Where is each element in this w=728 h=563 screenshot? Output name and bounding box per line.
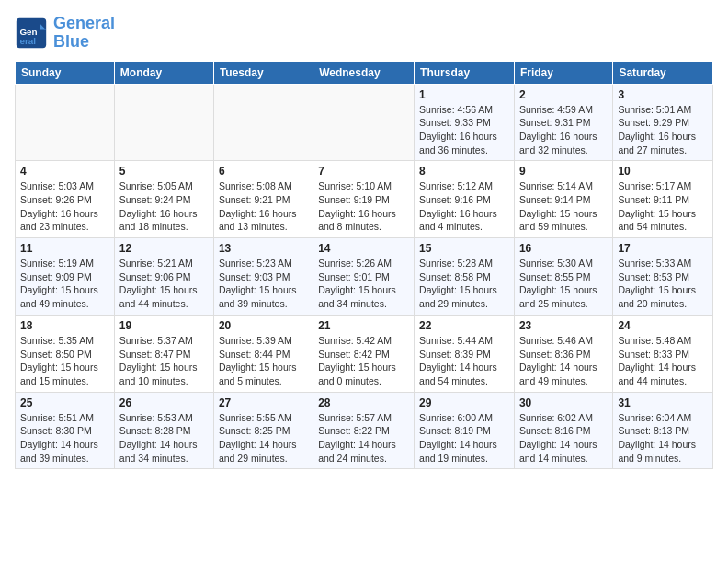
day-number: 16	[519, 242, 608, 255]
calendar-week-row: 11Sunrise: 5:19 AM Sunset: 9:09 PM Dayli…	[16, 238, 713, 316]
calendar-cell: 18Sunrise: 5:35 AM Sunset: 8:50 PM Dayli…	[16, 315, 115, 392]
day-info: Sunrise: 5:33 AM Sunset: 8:53 PM Dayligh…	[618, 257, 708, 311]
day-number: 18	[20, 319, 109, 332]
calendar-cell: 26Sunrise: 5:53 AM Sunset: 8:28 PM Dayli…	[114, 392, 213, 469]
calendar-table: SundayMondayTuesdayWednesdayThursdayFrid…	[15, 61, 713, 470]
day-header-sunday: Sunday	[16, 61, 115, 84]
day-info: Sunrise: 4:59 AM Sunset: 9:31 PM Dayligh…	[519, 103, 608, 157]
calendar-cell: 25Sunrise: 5:51 AM Sunset: 8:30 PM Dayli…	[16, 392, 115, 469]
day-number: 19	[119, 319, 209, 332]
header: Gen eral GeneralBlue	[15, 15, 713, 52]
day-number: 14	[318, 242, 409, 255]
day-number: 9	[519, 165, 608, 178]
calendar-cell: 8Sunrise: 5:12 AM Sunset: 9:16 PM Daylig…	[415, 161, 515, 238]
day-number: 23	[519, 319, 608, 332]
calendar-cell: 24Sunrise: 5:48 AM Sunset: 8:33 PM Dayli…	[613, 315, 713, 392]
calendar-cell: 20Sunrise: 5:39 AM Sunset: 8:44 PM Dayli…	[213, 315, 313, 392]
svg-text:eral: eral	[19, 35, 36, 45]
day-info: Sunrise: 5:42 AM Sunset: 8:42 PM Dayligh…	[318, 334, 409, 388]
day-info: Sunrise: 5:10 AM Sunset: 9:19 PM Dayligh…	[318, 179, 409, 234]
calendar-cell: 17Sunrise: 5:33 AM Sunset: 8:53 PM Dayli…	[613, 238, 713, 316]
day-info: Sunrise: 5:01 AM Sunset: 9:29 PM Dayligh…	[618, 103, 708, 157]
day-number: 8	[419, 165, 509, 178]
day-info: Sunrise: 5:17 AM Sunset: 9:11 PM Dayligh…	[618, 179, 708, 234]
day-number: 20	[219, 319, 308, 332]
day-info: Sunrise: 5:44 AM Sunset: 8:39 PM Dayligh…	[419, 334, 509, 388]
calendar-cell: 10Sunrise: 5:17 AM Sunset: 9:11 PM Dayli…	[613, 161, 713, 238]
day-info: Sunrise: 5:05 AM Sunset: 9:24 PM Dayligh…	[119, 179, 209, 234]
calendar-cell: 14Sunrise: 5:26 AM Sunset: 9:01 PM Dayli…	[313, 238, 415, 316]
calendar-cell: 2Sunrise: 4:59 AM Sunset: 9:31 PM Daylig…	[514, 84, 612, 161]
calendar-cell: 3Sunrise: 5:01 AM Sunset: 9:29 PM Daylig…	[613, 84, 713, 161]
day-number: 13	[219, 242, 308, 255]
calendar-cell: 12Sunrise: 5:21 AM Sunset: 9:06 PM Dayli…	[114, 238, 213, 316]
day-number: 7	[318, 165, 409, 178]
calendar-cell: 28Sunrise: 5:57 AM Sunset: 8:22 PM Dayli…	[313, 392, 415, 469]
day-info: Sunrise: 6:00 AM Sunset: 8:19 PM Dayligh…	[419, 411, 509, 465]
calendar-cell: 30Sunrise: 6:02 AM Sunset: 8:16 PM Dayli…	[514, 392, 612, 469]
day-number: 22	[419, 319, 509, 332]
day-info: Sunrise: 5:28 AM Sunset: 8:58 PM Dayligh…	[419, 257, 509, 311]
calendar-header-row: SundayMondayTuesdayWednesdayThursdayFrid…	[16, 61, 713, 84]
day-info: Sunrise: 5:39 AM Sunset: 8:44 PM Dayligh…	[219, 334, 308, 388]
day-info: Sunrise: 5:48 AM Sunset: 8:33 PM Dayligh…	[618, 334, 708, 388]
day-number: 15	[419, 242, 509, 255]
day-number: 3	[618, 88, 708, 101]
day-number: 5	[119, 165, 209, 178]
day-info: Sunrise: 5:08 AM Sunset: 9:21 PM Dayligh…	[219, 179, 308, 234]
day-header-tuesday: Tuesday	[213, 61, 313, 84]
calendar-cell: 9Sunrise: 5:14 AM Sunset: 9:14 PM Daylig…	[514, 161, 612, 238]
day-info: Sunrise: 5:19 AM Sunset: 9:09 PM Dayligh…	[20, 257, 109, 311]
calendar-week-row: 18Sunrise: 5:35 AM Sunset: 8:50 PM Dayli…	[16, 315, 713, 392]
calendar-cell: 5Sunrise: 5:05 AM Sunset: 9:24 PM Daylig…	[114, 161, 213, 238]
calendar-cell: 19Sunrise: 5:37 AM Sunset: 8:47 PM Dayli…	[114, 315, 213, 392]
day-number: 1	[419, 88, 509, 101]
calendar-cell: 13Sunrise: 5:23 AM Sunset: 9:03 PM Dayli…	[213, 238, 313, 316]
day-header-wednesday: Wednesday	[313, 61, 415, 84]
day-number: 24	[618, 319, 708, 332]
day-info: Sunrise: 5:23 AM Sunset: 9:03 PM Dayligh…	[219, 257, 308, 311]
day-number: 31	[618, 396, 708, 409]
day-number: 6	[219, 165, 308, 178]
calendar-cell: 1Sunrise: 4:56 AM Sunset: 9:33 PM Daylig…	[415, 84, 515, 161]
day-number: 17	[618, 242, 708, 255]
calendar-cell: 4Sunrise: 5:03 AM Sunset: 9:26 PM Daylig…	[16, 161, 115, 238]
calendar-cell: 27Sunrise: 5:55 AM Sunset: 8:25 PM Dayli…	[213, 392, 313, 469]
calendar-cell	[114, 84, 213, 161]
day-number: 21	[318, 319, 409, 332]
day-number: 30	[519, 396, 608, 409]
calendar-cell: 23Sunrise: 5:46 AM Sunset: 8:36 PM Dayli…	[514, 315, 612, 392]
calendar-cell: 29Sunrise: 6:00 AM Sunset: 8:19 PM Dayli…	[415, 392, 515, 469]
day-number: 27	[219, 396, 308, 409]
day-number: 25	[20, 396, 109, 409]
calendar-cell: 7Sunrise: 5:10 AM Sunset: 9:19 PM Daylig…	[313, 161, 415, 238]
calendar-cell: 6Sunrise: 5:08 AM Sunset: 9:21 PM Daylig…	[213, 161, 313, 238]
day-info: Sunrise: 5:26 AM Sunset: 9:01 PM Dayligh…	[318, 257, 409, 311]
calendar-cell: 11Sunrise: 5:19 AM Sunset: 9:09 PM Dayli…	[16, 238, 115, 316]
day-info: Sunrise: 5:35 AM Sunset: 8:50 PM Dayligh…	[20, 334, 109, 388]
calendar-cell: 31Sunrise: 6:04 AM Sunset: 8:13 PM Dayli…	[613, 392, 713, 469]
day-info: Sunrise: 5:03 AM Sunset: 9:26 PM Dayligh…	[20, 179, 109, 234]
day-number: 26	[119, 396, 209, 409]
day-header-thursday: Thursday	[415, 61, 515, 84]
day-info: Sunrise: 5:14 AM Sunset: 9:14 PM Dayligh…	[519, 179, 608, 234]
day-info: Sunrise: 5:53 AM Sunset: 8:28 PM Dayligh…	[119, 411, 209, 465]
calendar-cell	[213, 84, 313, 161]
day-number: 2	[519, 88, 608, 101]
day-number: 29	[419, 396, 509, 409]
calendar-week-row: 4Sunrise: 5:03 AM Sunset: 9:26 PM Daylig…	[16, 161, 713, 238]
day-info: Sunrise: 5:51 AM Sunset: 8:30 PM Dayligh…	[20, 411, 109, 465]
day-header-monday: Monday	[114, 61, 213, 84]
day-info: Sunrise: 6:04 AM Sunset: 8:13 PM Dayligh…	[618, 411, 708, 465]
day-info: Sunrise: 5:37 AM Sunset: 8:47 PM Dayligh…	[119, 334, 209, 388]
calendar-week-row: 1Sunrise: 4:56 AM Sunset: 9:33 PM Daylig…	[16, 84, 713, 161]
day-number: 28	[318, 396, 409, 409]
calendar-cell: 15Sunrise: 5:28 AM Sunset: 8:58 PM Dayli…	[415, 238, 515, 316]
day-number: 10	[618, 165, 708, 178]
day-info: Sunrise: 5:21 AM Sunset: 9:06 PM Dayligh…	[119, 257, 209, 311]
day-info: Sunrise: 5:12 AM Sunset: 9:16 PM Dayligh…	[419, 179, 509, 234]
day-info: Sunrise: 5:57 AM Sunset: 8:22 PM Dayligh…	[318, 411, 409, 465]
calendar-cell	[313, 84, 415, 161]
logo-icon: Gen eral	[15, 17, 48, 50]
calendar-week-row: 25Sunrise: 5:51 AM Sunset: 8:30 PM Dayli…	[16, 392, 713, 469]
